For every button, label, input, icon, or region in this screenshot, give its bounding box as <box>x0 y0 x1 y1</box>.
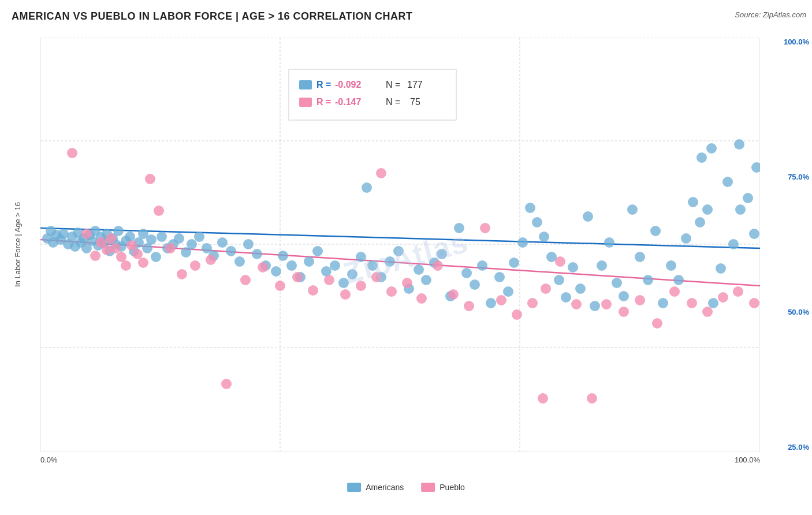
svg-point-140 <box>165 243 176 253</box>
svg-point-50 <box>194 232 204 242</box>
svg-point-166 <box>571 299 582 309</box>
svg-point-96 <box>568 262 578 273</box>
svg-point-88 <box>509 258 519 268</box>
svg-point-156 <box>416 293 427 304</box>
svg-point-168 <box>601 299 612 309</box>
svg-point-141 <box>177 269 187 279</box>
svg-point-157 <box>433 260 443 271</box>
svg-point-56 <box>243 239 254 249</box>
svg-point-154 <box>386 286 397 297</box>
svg-point-130 <box>102 245 112 255</box>
svg-point-170 <box>635 295 645 305</box>
svg-point-167 <box>587 393 597 404</box>
legend-box-pueblo <box>421 483 435 492</box>
y-right-50: 50.0% <box>788 308 809 316</box>
svg-point-150 <box>324 275 334 285</box>
legend-label-americans: Americans <box>366 483 404 492</box>
svg-point-111 <box>681 233 691 244</box>
legend-box-americans <box>347 483 361 492</box>
svg-text:75: 75 <box>410 97 420 107</box>
svg-point-85 <box>486 298 496 308</box>
y-right-25: 25.0% <box>788 443 809 451</box>
svg-point-142 <box>190 260 200 271</box>
svg-point-119 <box>735 204 746 215</box>
x-axis-end: 100.0% <box>735 456 760 464</box>
svg-point-83 <box>470 279 480 290</box>
svg-point-149 <box>308 285 318 296</box>
svg-point-116 <box>716 263 726 274</box>
y-axis-label-wrapper: In Labor Force | Age > 16 <box>0 38 35 451</box>
svg-point-84 <box>477 260 487 271</box>
scatter-svg: R = -0.092 N = 177 R = -0.147 N = 75 <box>40 38 760 451</box>
source-label: Source: ZipAtlas.com <box>735 10 806 19</box>
svg-point-82 <box>461 268 472 278</box>
svg-point-63 <box>304 256 314 267</box>
svg-point-71 <box>367 260 378 271</box>
svg-point-123 <box>706 143 717 154</box>
svg-rect-180 <box>289 69 456 120</box>
svg-point-131 <box>106 233 116 244</box>
svg-point-162 <box>512 309 522 320</box>
svg-point-68 <box>347 269 357 279</box>
svg-point-152 <box>356 281 366 291</box>
svg-point-81 <box>454 223 464 233</box>
svg-point-49 <box>187 239 197 249</box>
svg-text:N =: N = <box>386 97 400 107</box>
svg-point-179 <box>538 393 548 404</box>
legend-container: Americans Pueblo <box>347 483 465 492</box>
svg-point-145 <box>240 275 251 285</box>
svg-point-101 <box>604 237 614 248</box>
svg-point-37 <box>125 232 135 242</box>
svg-point-43 <box>151 252 161 262</box>
svg-point-176 <box>733 286 743 297</box>
svg-point-60 <box>278 251 288 261</box>
svg-point-34 <box>113 226 124 236</box>
svg-point-137 <box>138 258 148 268</box>
svg-point-70 <box>362 182 372 193</box>
svg-point-100 <box>597 260 607 271</box>
svg-point-165 <box>555 256 565 267</box>
y-right-100: 100.0% <box>784 38 809 46</box>
svg-point-120 <box>743 193 753 203</box>
legend-label-pueblo: Pueblo <box>439 483 465 492</box>
svg-point-122 <box>696 152 707 163</box>
svg-point-158 <box>448 289 459 300</box>
svg-point-59 <box>271 266 281 277</box>
svg-point-139 <box>154 206 164 216</box>
svg-point-161 <box>496 295 506 305</box>
svg-point-118 <box>728 239 739 249</box>
y-right-labels: 100.0% 75.0% 50.0% 25.0% <box>784 38 809 451</box>
svg-point-89 <box>517 237 528 248</box>
svg-point-159 <box>464 301 474 311</box>
svg-point-132 <box>110 243 121 253</box>
svg-point-44 <box>157 232 167 242</box>
svg-point-61 <box>286 260 297 271</box>
svg-point-86 <box>494 272 505 282</box>
svg-point-53 <box>217 237 228 248</box>
svg-point-160 <box>480 223 490 233</box>
svg-point-57 <box>252 249 262 259</box>
svg-point-74 <box>393 246 404 256</box>
svg-point-105 <box>635 252 645 262</box>
svg-point-110 <box>673 275 684 285</box>
svg-point-90 <box>525 203 535 213</box>
svg-point-92 <box>539 232 549 242</box>
svg-point-79 <box>437 249 447 259</box>
y-axis-label: In Labor Force | Age > 16 <box>13 202 22 287</box>
svg-point-136 <box>132 249 143 259</box>
svg-rect-186 <box>299 98 312 107</box>
svg-point-66 <box>330 260 340 271</box>
svg-point-95 <box>561 292 571 303</box>
svg-point-153 <box>371 272 382 282</box>
svg-point-177 <box>749 298 759 308</box>
svg-point-104 <box>627 204 638 215</box>
svg-point-109 <box>666 260 676 271</box>
svg-point-55 <box>234 256 245 267</box>
svg-point-102 <box>612 278 622 288</box>
svg-point-64 <box>312 246 323 256</box>
svg-point-76 <box>414 264 424 275</box>
svg-text:R =: R = <box>316 80 331 89</box>
svg-point-146 <box>258 262 268 273</box>
svg-point-126 <box>67 148 77 158</box>
svg-point-54 <box>226 246 236 256</box>
